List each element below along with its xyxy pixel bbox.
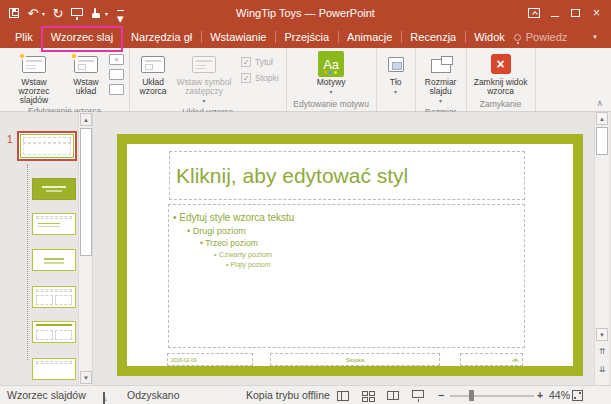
- title-placeholder-text: Kliknij, aby edytować styl: [170, 164, 408, 188]
- tell-me-box[interactable]: Powiedz: [514, 31, 568, 43]
- zoom-slider-thumb[interactable]: [469, 390, 474, 401]
- next-slide-button[interactable]: ⇊: [596, 364, 608, 377]
- slidenumber-placeholder[interactable]: ‹#›: [460, 353, 523, 366]
- thumbnails-scrollbar[interactable]: ▲ ▼: [78, 112, 93, 385]
- window-controls: ×: [525, 4, 611, 22]
- tab-transitions[interactable]: Przejścia: [275, 26, 338, 48]
- scroll-down-icon[interactable]: ▼: [596, 328, 608, 341]
- title-placeholder[interactable]: Kliknij, aby edytować styl: [169, 151, 525, 200]
- tab-animations[interactable]: Animacje: [338, 26, 401, 48]
- master-small-buttons: ×: [107, 50, 126, 95]
- start-slideshow-button[interactable]: [71, 6, 83, 20]
- insert-slide-master-button[interactable]: Wstaw wzorzec slajdów: [3, 50, 65, 105]
- scroll-up-icon[interactable]: ▲: [80, 113, 92, 126]
- tell-me-label: Powiedz: [526, 31, 568, 43]
- zoom-in-button[interactable]: +: [537, 386, 543, 404]
- insert-placeholder-button[interactable]: Wstaw symbol zastępczy ▾: [173, 50, 235, 106]
- slide-number-label: 1: [7, 134, 13, 145]
- layout-thumbnail-section[interactable]: [32, 249, 76, 271]
- scroll-up-icon[interactable]: ▲: [596, 112, 608, 125]
- normal-view-button[interactable]: [335, 389, 351, 402]
- dropdown-arrow-icon: ▾: [439, 97, 442, 106]
- bullet-level-1: Edytuj style wzorca tekstu: [173, 210, 524, 225]
- group-label-edit-theme: Edytowanie motywu: [293, 98, 369, 111]
- insert-layout-button[interactable]: Wstaw układ: [65, 50, 107, 96]
- title-checkbox[interactable]: ✓ Tytuł: [241, 57, 279, 67]
- sparkle-icon: [70, 51, 78, 59]
- touch-mode-button[interactable]: [90, 6, 102, 20]
- slideshow-button[interactable]: [410, 389, 426, 402]
- ribbon-tabs: Plik Wzorzec slaj Narzędzia gł Wstawiani…: [0, 26, 611, 48]
- previous-slide-button[interactable]: ⇈: [596, 346, 608, 359]
- tab-home[interactable]: Narzędzia gł: [122, 26, 201, 48]
- slide-sorter-button[interactable]: [360, 389, 376, 402]
- ribbon-display-options-button[interactable]: [525, 4, 542, 22]
- master-layout-label: Układ wzorca: [136, 78, 170, 96]
- undo-dropdown-icon[interactable]: ▾: [42, 10, 45, 17]
- save-icon[interactable]: [8, 6, 20, 20]
- bullet-level-3: Trzeci poziom: [173, 237, 524, 249]
- redo-button[interactable]: ↻: [52, 6, 64, 20]
- proofing-status-icon[interactable]: [103, 386, 105, 404]
- insert-placeholder-label: Wstaw symbol zastępczy: [176, 78, 232, 96]
- tell-me-dropdown-icon[interactable]: ▾: [593, 33, 597, 41]
- monitor-icon: [71, 8, 83, 16]
- scroll-down-icon[interactable]: ▼: [80, 371, 92, 384]
- lightbulb-icon: [514, 34, 521, 41]
- dropdown-arrow-icon: ▾: [202, 97, 205, 106]
- group-label-close: Zamykanie: [470, 98, 532, 111]
- master-layout-button[interactable]: Układ wzorca: [133, 50, 173, 96]
- reading-view-button[interactable]: [385, 389, 401, 402]
- layout-thumbnail-two-content[interactable]: [32, 286, 76, 308]
- group-close: × Zamknij widok wzorca Zamykanie: [467, 48, 536, 111]
- preserve-master-button[interactable]: [109, 84, 124, 95]
- tab-review[interactable]: Recenzja: [401, 26, 465, 48]
- close-button[interactable]: ×: [588, 4, 605, 22]
- date-placeholder[interactable]: 2016-02-09: [167, 353, 253, 366]
- themes-button[interactable]: Aa Motywy ▾: [303, 50, 359, 97]
- reading-view-icon: [387, 391, 399, 400]
- footer-placeholder[interactable]: Stopka: [270, 353, 440, 366]
- layout-thumbnail-comparison[interactable]: [32, 321, 76, 343]
- rename-master-button[interactable]: [109, 69, 124, 80]
- layout-thumbnail-title-content[interactable]: [32, 213, 76, 235]
- close-master-view-button[interactable]: × Zamknij widok wzorca: [470, 50, 532, 96]
- tabrow-right: Powiedz ▾ Udostępnij: [514, 29, 611, 45]
- maximize-button[interactable]: [567, 4, 584, 22]
- layout-thumbnail-title-only[interactable]: [32, 358, 76, 380]
- footers-checkbox[interactable]: ✓ Stopki: [241, 73, 279, 83]
- master-checkboxes: ✓ Tytuł ✓ Stopki: [235, 50, 283, 83]
- floppy-icon: [9, 8, 19, 18]
- tab-insert[interactable]: Wstawianie: [201, 26, 275, 48]
- layout-thumbnail-title[interactable]: [32, 178, 76, 200]
- minimize-button[interactable]: [546, 4, 563, 22]
- zoom-out-button[interactable]: −: [438, 386, 444, 404]
- scrollbar-thumb[interactable]: [596, 127, 608, 155]
- slide-size-icon: [431, 59, 451, 73]
- customize-qat-button[interactable]: ▾: [115, 6, 127, 20]
- slide-master-thumbnail[interactable]: [17, 131, 77, 161]
- vertical-scrollbar[interactable]: ▲ ▼ ⇈ ⇊: [594, 112, 609, 385]
- slide-size-button[interactable]: Rozmiar slajdu ▾: [419, 50, 463, 106]
- title-checkbox-label: Tytuł: [255, 57, 273, 67]
- background-icon: [388, 57, 404, 72]
- slide-master-canvas[interactable]: Kliknij, aby edytować styl Edytuj style …: [117, 134, 583, 376]
- sparkle-icon: [18, 51, 26, 59]
- master-layout-icon: [141, 56, 165, 73]
- status-view-name: Wzorzec slajdów: [7, 386, 86, 404]
- tab-view[interactable]: Widok: [465, 26, 514, 48]
- tab-slide-master[interactable]: Wzorzec slaj: [42, 26, 122, 48]
- touch-mode-dropdown-icon[interactable]: ▾: [105, 10, 108, 17]
- delete-master-button[interactable]: ×: [109, 54, 124, 65]
- scrollbar-thumb[interactable]: [80, 128, 92, 256]
- fit-to-window-icon[interactable]: [572, 390, 583, 401]
- zoom-slider-track[interactable]: [450, 395, 534, 397]
- zoom-percentage[interactable]: 44%: [549, 386, 570, 404]
- close-master-view-label: Zamknij widok wzorca: [473, 78, 529, 96]
- body-placeholder[interactable]: Edytuj style wzorca tekstu Drugi poziom …: [168, 204, 525, 348]
- tab-file[interactable]: Plik: [6, 26, 42, 48]
- collapse-ribbon-icon[interactable]: ∧: [596, 98, 603, 108]
- background-button[interactable]: Tło ▾: [380, 50, 412, 97]
- undo-button[interactable]: ↶: [27, 6, 39, 20]
- maximize-icon: [571, 9, 580, 17]
